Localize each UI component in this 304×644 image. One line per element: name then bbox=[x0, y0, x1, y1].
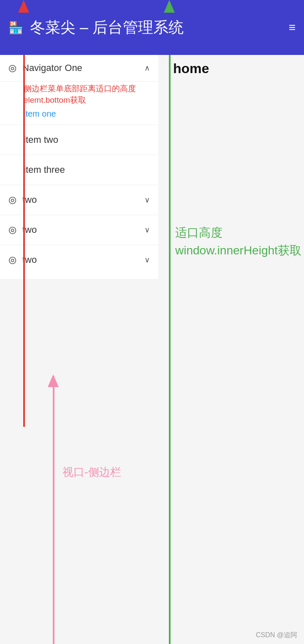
header-store-icon: 🏪 bbox=[8, 21, 23, 35]
viewport-sidebar-label: 视口-侧边栏 bbox=[62, 465, 121, 480]
nav-two-icon-1: ◎ bbox=[8, 194, 16, 205]
green-arrow-top bbox=[164, 0, 175, 13]
nav-two-arrow-3: ∨ bbox=[144, 255, 150, 265]
header-title: 冬菜尖 – 后台管理系统 bbox=[30, 17, 289, 38]
navigator-one-icon: ◎ bbox=[8, 63, 16, 74]
green-vertical-line bbox=[169, 55, 171, 644]
watermark: CSDN @追阿 bbox=[256, 631, 297, 640]
header: 🏪 冬菜尖 – 后台管理系统 ≡ bbox=[0, 0, 304, 55]
navigator-one-arrow: ∧ bbox=[144, 63, 150, 73]
nav-two-arrow-1: ∨ bbox=[144, 195, 150, 205]
nav-two-arrow-2: ∨ bbox=[144, 225, 150, 235]
header-menu-icon[interactable]: ≡ bbox=[289, 21, 296, 34]
red-vertical-line bbox=[23, 0, 25, 427]
red-arrow-top bbox=[18, 0, 29, 13]
nav-two-icon-3: ◎ bbox=[8, 254, 16, 265]
nav-two-label-2: two bbox=[22, 224, 144, 235]
home-label: home bbox=[173, 61, 209, 76]
main-area: ◎ Navigator One ∧ 侧边栏菜单底部距离适口的高度 elemt.b… bbox=[0, 55, 304, 644]
pink-vertical-line bbox=[53, 376, 54, 644]
pink-arrow-top bbox=[48, 374, 59, 387]
nav-two-label-1: two bbox=[22, 194, 144, 205]
viewport-height-label: 适口高度 window.innerHeight获取 bbox=[175, 224, 301, 259]
navigator-one-label: Navigator One bbox=[22, 63, 144, 74]
nav-two-label-3: two bbox=[22, 254, 144, 265]
nav-two-icon-2: ◎ bbox=[8, 224, 16, 235]
